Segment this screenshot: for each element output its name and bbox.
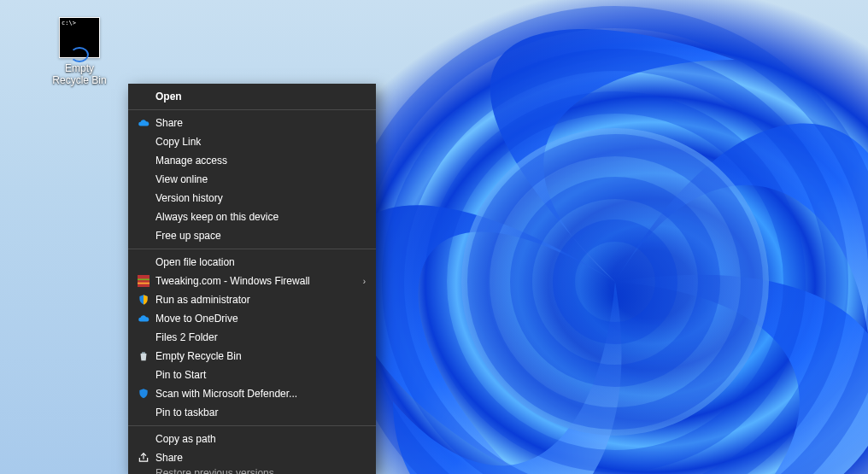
shield-icon (135, 293, 152, 307)
svg-rect-7 (138, 275, 150, 287)
blank-icon (135, 135, 152, 149)
blank-icon (135, 154, 152, 167)
blank-icon (135, 432, 152, 446)
menu-item-files-2-folder[interactable]: Files 2 Folder (128, 328, 376, 347)
blank-icon (135, 331, 152, 344)
menu-item-label: Scan with Microsoft Defender... (155, 388, 366, 400)
menu-item-view-online[interactable]: View online (128, 170, 376, 189)
menu-item-label: Share (155, 117, 366, 129)
menu-item-tweaking-firewall[interactable]: Tweaking.com - Windows Firewall › (128, 272, 376, 290)
menu-item-version-history[interactable]: Version history (128, 189, 376, 208)
menu-item-share-onedrive[interactable]: Share (128, 114, 376, 132)
menu-item-label: Share (155, 452, 366, 464)
menu-separator (128, 109, 376, 110)
menu-item-copy-as-path[interactable]: Copy as path (128, 430, 376, 448)
menu-item-label: Empty Recycle Bin (155, 350, 366, 362)
menu-item-move-onedrive[interactable]: Move to OneDrive (128, 309, 376, 328)
menu-item-label: Move to OneDrive (155, 313, 366, 325)
menu-item-share-os[interactable]: Share (128, 448, 376, 467)
menu-separator (128, 425, 376, 426)
context-menu: Open Share Copy Link Manage access View … (128, 84, 376, 474)
blank-icon (135, 191, 152, 205)
chevron-right-icon: › (363, 277, 366, 286)
menu-item-label: Manage access (155, 155, 366, 167)
cloud-icon (135, 116, 152, 130)
menu-item-run-as-admin[interactable]: Run as administrator (128, 290, 376, 309)
blank-icon (135, 173, 152, 186)
blank-icon (135, 90, 152, 103)
blank-icon (135, 406, 152, 419)
blank-icon (135, 229, 152, 243)
recycle-bin-icon (135, 349, 152, 363)
share-icon (135, 451, 152, 465)
menu-item-label: Version history (155, 192, 366, 204)
menu-item-label: Open file location (155, 256, 366, 268)
menu-item-label: Tweaking.com - Windows Firewall (155, 275, 363, 287)
menu-separator (128, 249, 376, 249)
menu-item-label: Files 2 Folder (155, 331, 366, 343)
menu-item-open[interactable]: Open (128, 87, 376, 106)
menu-item-manage-access[interactable]: Manage access (128, 151, 376, 170)
firewall-icon (135, 274, 152, 288)
menu-item-label: View online (155, 173, 366, 185)
menu-item-copy-link[interactable]: Copy Link (128, 132, 376, 151)
menu-item-free-up-space[interactable]: Free up space (128, 226, 376, 245)
menu-item-label: Copy as path (155, 433, 366, 445)
menu-item-label: Run as administrator (155, 294, 366, 306)
menu-item-label: Pin to taskbar (155, 407, 366, 418)
menu-item-label: Pin to Start (155, 369, 366, 381)
blank-icon (135, 368, 152, 382)
menu-item-restore-previous-versions[interactable]: Restore previous versions (128, 467, 376, 474)
menu-item-label: Restore previous versions (155, 467, 274, 474)
menu-item-pin-to-taskbar[interactable]: Pin to taskbar (128, 403, 376, 422)
cloud-icon (135, 312, 152, 325)
shield-blue-icon (135, 387, 152, 401)
menu-item-pin-to-start[interactable]: Pin to Start (128, 366, 376, 384)
blank-icon (135, 210, 152, 224)
svg-rect-8 (138, 278, 150, 280)
desktop-icon-label: Empty Recycle Bin (47, 61, 112, 87)
menu-item-always-keep[interactable]: Always keep on this device (128, 208, 376, 226)
batch-file-icon (59, 17, 100, 58)
svg-rect-9 (138, 283, 150, 284)
menu-item-label: Open (155, 91, 366, 102)
menu-item-label: Always keep on this device (155, 211, 366, 223)
desktop-icon-empty-recycle-bin[interactable]: Empty Recycle Bin (47, 17, 112, 87)
menu-item-label: Free up space (155, 230, 366, 242)
menu-item-label: Copy Link (155, 136, 366, 148)
menu-item-scan-defender[interactable]: Scan with Microsoft Defender... (128, 384, 376, 403)
blank-icon (135, 255, 152, 269)
menu-item-empty-recycle-bin[interactable]: Empty Recycle Bin (128, 347, 376, 366)
menu-item-open-file-location[interactable]: Open file location (128, 253, 376, 272)
